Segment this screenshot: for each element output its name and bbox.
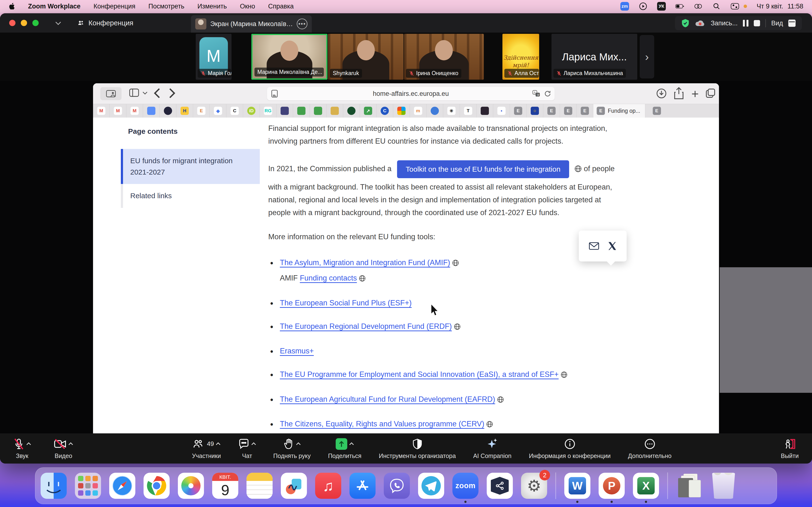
spotlight-icon[interactable]	[712, 2, 721, 11]
pinned-tab[interactable]	[426, 104, 443, 118]
view-label[interactable]: Вид	[771, 19, 783, 27]
reload-icon[interactable]	[544, 90, 551, 97]
chevron-up-icon[interactable]	[349, 442, 354, 447]
menu-zoom-workplace[interactable]: Zoom Workplace	[28, 3, 81, 10]
participants-button[interactable]: 49 Участники	[192, 438, 221, 459]
mute-button[interactable]: Звук	[13, 438, 31, 459]
toc-item-related-links[interactable]: Related links	[121, 184, 260, 208]
dock-share-app-icon[interactable]	[487, 473, 513, 499]
menu-window[interactable]: Окно	[240, 3, 255, 10]
chevron-up-icon[interactable]	[27, 442, 31, 447]
link-erdf[interactable]: The European Regional Development Fund (…	[280, 322, 452, 331]
tab-overview-button[interactable]	[100, 87, 121, 100]
pinned-tab[interactable]	[160, 104, 176, 118]
participant-tile[interactable]: Shynkaruk	[328, 34, 404, 80]
browser-tab[interactable]: E	[645, 104, 668, 118]
sidebar-toggle-icon[interactable]	[129, 89, 139, 98]
control-center-icon[interactable]	[730, 2, 739, 11]
pinned-tab[interactable]: m	[410, 104, 426, 118]
pinned-tab[interactable]: ✳	[443, 104, 460, 118]
dock-settings-icon[interactable]: ⚙ 2	[521, 473, 547, 499]
stop-recording-icon[interactable]	[754, 20, 760, 26]
pinned-tab[interactable]: ▪	[493, 104, 510, 118]
sidebar-chevron-icon[interactable]	[143, 92, 147, 96]
pinned-tab[interactable]	[143, 104, 160, 118]
pinned-tab[interactable]: E	[576, 104, 593, 118]
dock-trash-icon[interactable]	[711, 473, 737, 499]
toc-item-eu-funds[interactable]: EU funds for migrant integration 2021-20…	[121, 149, 260, 184]
dock-chrome-icon[interactable]	[144, 473, 170, 499]
address-bar[interactable]: home-affairs.ec.europa.eu A文	[267, 87, 555, 101]
pinned-tab[interactable]	[326, 104, 343, 118]
pinned-tab[interactable]: ↗	[360, 104, 376, 118]
dock-safari-icon[interactable]	[109, 473, 135, 499]
tab-screen-share[interactable]: Экран (Марина Миколаївна... •••	[191, 15, 312, 33]
link-erasmus[interactable]: Erasmus+	[280, 347, 314, 355]
ai-companion-button[interactable]: AI Companion	[473, 438, 511, 459]
link-esf[interactable]: The European Social Fund Plus (ESF+)	[280, 299, 412, 307]
menu-conference[interactable]: Конференция	[94, 3, 135, 10]
dock-zoom-icon[interactable]: zoom	[452, 473, 478, 499]
active-tab[interactable]: E Funding op...	[593, 104, 645, 118]
pinned-tab[interactable]: C	[376, 104, 393, 118]
link-eafrd[interactable]: The European Agricultural Fund for Rural…	[280, 395, 495, 403]
dock-calendar-icon[interactable]: КВІТ. 9	[212, 473, 238, 499]
link-amif-funding-contacts[interactable]: Funding contacts	[300, 274, 357, 282]
menu-help[interactable]: Справка	[268, 3, 294, 10]
chat-button[interactable]: Чат	[238, 438, 256, 459]
pinned-tab[interactable]: E	[560, 104, 576, 118]
chevron-down-icon[interactable]	[56, 19, 61, 25]
more-button[interactable]: Дополнительно	[628, 438, 672, 459]
share-icon[interactable]	[673, 87, 684, 100]
pinned-tab[interactable]: T	[460, 104, 476, 118]
pause-recording-icon[interactable]	[743, 20, 749, 26]
next-participants-button[interactable]: ›	[640, 35, 654, 78]
pinned-tab[interactable]	[310, 104, 326, 118]
pinned-tab[interactable]	[276, 104, 293, 118]
minimize-window-button[interactable]	[21, 20, 27, 26]
dock-excel-icon[interactable]: X	[633, 473, 659, 499]
leave-button[interactable]: Выйти	[781, 438, 799, 459]
share-screen-button[interactable]: Поделиться	[328, 438, 361, 459]
tab-more-icon[interactable]: •••	[297, 18, 307, 29]
pinned-tab[interactable]: C	[226, 104, 243, 118]
dock-word-icon[interactable]: W	[564, 473, 591, 499]
link-easi[interactable]: The EU Programme for Employment and Soci…	[280, 370, 559, 379]
zoom-menubar-icon[interactable]: zm	[620, 2, 629, 11]
pinned-tab[interactable]: M	[110, 104, 126, 118]
security-shield-icon[interactable]	[681, 18, 690, 28]
apple-logo-icon[interactable]	[9, 2, 16, 10]
dock-downloads-stack-icon[interactable]	[676, 473, 702, 499]
chevron-up-icon[interactable]	[251, 442, 256, 447]
pinned-tab[interactable]: M	[126, 104, 143, 118]
host-tools-button[interactable]: Инструменты организатора	[379, 438, 456, 459]
dock-finder-icon[interactable]	[41, 473, 67, 499]
pinned-tab[interactable]: E	[543, 104, 560, 118]
dock-powerpoint-icon[interactable]: P	[599, 473, 625, 499]
linked-circles-icon[interactable]	[694, 2, 703, 11]
battery-icon[interactable]	[675, 2, 684, 11]
forward-button[interactable]	[168, 88, 176, 100]
participant-tile[interactable]: Лариса Мих... Лариса Михальчишина	[552, 34, 637, 80]
pinned-tab[interactable]: RG	[260, 104, 276, 118]
reader-icon[interactable]	[271, 90, 278, 99]
dock-music-icon[interactable]: ♫	[315, 473, 341, 499]
dock-viber-icon[interactable]	[384, 473, 410, 499]
back-button[interactable]	[153, 88, 161, 100]
fullscreen-window-button[interactable]	[33, 20, 39, 26]
participant-tile[interactable]: Ірина Онищенко	[404, 34, 484, 80]
video-button[interactable]: Видео	[54, 438, 73, 459]
email-icon[interactable]	[589, 242, 599, 250]
participant-tile[interactable]: M Марія Голєва	[196, 34, 232, 80]
pinned-tab[interactable]: M	[93, 104, 110, 118]
raise-hand-button[interactable]: Поднять руку	[273, 438, 311, 459]
translate-icon[interactable]: A文	[532, 90, 540, 97]
pinned-tab[interactable]: iD	[243, 104, 260, 118]
pinned-tab[interactable]: ◆	[210, 104, 226, 118]
menu-view[interactable]: Посмотреть	[148, 3, 185, 10]
pinned-tab[interactable]: E	[510, 104, 526, 118]
downloads-icon[interactable]	[656, 88, 667, 100]
pinned-tab[interactable]	[343, 104, 360, 118]
x-twitter-icon[interactable]	[608, 242, 616, 250]
meeting-info-button[interactable]: Информация о конференции	[529, 438, 610, 459]
